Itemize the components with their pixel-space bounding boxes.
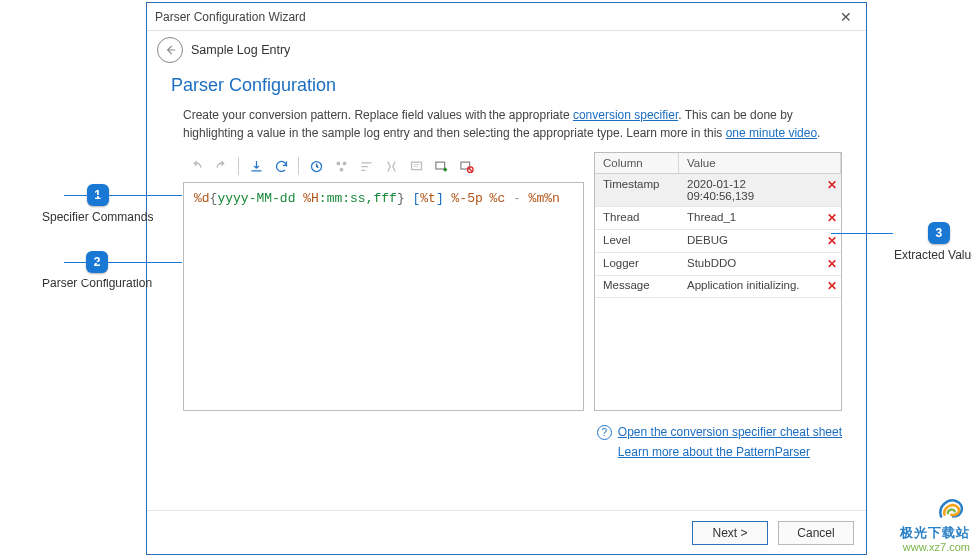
- cell-column: Level: [595, 230, 679, 250]
- undo-button[interactable]: [185, 156, 207, 176]
- back-button[interactable]: [157, 37, 183, 63]
- table-row[interactable]: Logger StubDDO ✕: [595, 253, 841, 276]
- remove-field-button[interactable]: [455, 156, 477, 176]
- cancel-button[interactable]: Cancel: [778, 521, 854, 545]
- breadcrumb-row: Sample Log Entry: [147, 31, 866, 69]
- add-field-button[interactable]: [430, 156, 452, 176]
- callout-line: [64, 195, 182, 196]
- callout-2: 2 Parser Configuration: [42, 251, 152, 290]
- import-button[interactable]: [245, 156, 267, 176]
- callout-badge: 3: [928, 222, 950, 244]
- reload-button[interactable]: [270, 156, 292, 176]
- desc-text: Create your conversion pattern. Replace …: [183, 108, 573, 122]
- table-header: Column Value: [595, 153, 841, 174]
- pattern-editor[interactable]: %d{yyyy-MM-dd %H:mm:ss,fff} [%t] %-5p %c…: [183, 182, 584, 411]
- next-button[interactable]: Next >: [692, 521, 768, 545]
- callout-1: 1 Specifier Commands: [42, 184, 153, 224]
- table-row[interactable]: Thread Thread_1 ✕: [595, 207, 841, 230]
- svg-rect-4: [411, 162, 421, 170]
- cell-value: DEBUG: [679, 230, 819, 250]
- remove-row-button[interactable]: ✕: [819, 174, 841, 196]
- logger-spec-button[interactable]: [380, 156, 402, 176]
- cell-value: Thread_1: [679, 207, 819, 227]
- editor-column: %d{yyyy-MM-dd %H:mm:ss,fff} [%t] %-5p %c…: [183, 152, 584, 411]
- watermark-logo-icon: [936, 494, 970, 522]
- help-links: ? Open the conversion specifier cheat sh…: [183, 425, 842, 459]
- remove-row-button[interactable]: ✕: [819, 276, 841, 297]
- cell-column: Message: [595, 276, 679, 295]
- cell-column: Logger: [595, 253, 679, 273]
- main-split: %d{yyyy-MM-dd %H:mm:ss,fff} [%t] %-5p %c…: [183, 152, 842, 411]
- dialog-content: Parser Configuration Create your convers…: [147, 69, 866, 510]
- toolbar-sep: [238, 157, 239, 175]
- callout-label: Specifier Commands: [42, 210, 153, 224]
- close-button[interactable]: ✕: [834, 9, 858, 25]
- callout-3: 3 Extracted Values: [894, 222, 972, 262]
- redo-button[interactable]: [210, 156, 232, 176]
- title-bar: Parser Configuration Wizard ✕: [147, 3, 866, 31]
- toolbar-sep: [298, 157, 299, 175]
- cell-value: StubDDO: [679, 253, 819, 273]
- window-title: Parser Configuration Wizard: [155, 10, 834, 24]
- cheat-sheet-link[interactable]: Open the conversion specifier cheat shee…: [618, 425, 842, 439]
- wizard-dialog: Parser Configuration Wizard ✕ Sample Log…: [146, 2, 867, 555]
- button-bar: Next > Cancel: [147, 510, 866, 554]
- svg-point-3: [339, 167, 343, 171]
- thread-spec-button[interactable]: [330, 156, 352, 176]
- desc-text: .: [817, 126, 820, 140]
- remove-row-button[interactable]: ✕: [819, 253, 841, 275]
- section-description: Create your conversion pattern. Replace …: [183, 106, 842, 142]
- breadcrumb: Sample Log Entry: [191, 43, 290, 57]
- svg-point-2: [342, 161, 346, 165]
- one-minute-video-link[interactable]: one minute video: [726, 126, 817, 140]
- conversion-specifier-link[interactable]: conversion specifier: [573, 108, 678, 122]
- extracted-values-column: Column Value Timestamp 2020-01-12 09:40:…: [594, 152, 842, 411]
- table-row[interactable]: Timestamp 2020-01-12 09:40:56,139 ✕: [595, 174, 841, 207]
- watermark-url: www.xz7.com: [900, 541, 970, 554]
- cell-column: Timestamp: [595, 174, 679, 194]
- help-icon: ?: [597, 425, 612, 440]
- section-heading: Parser Configuration: [171, 75, 842, 96]
- specifier-toolbar: [183, 152, 584, 182]
- callout-label: Parser Configuration: [42, 277, 152, 290]
- message-spec-button[interactable]: [405, 156, 427, 176]
- callout-line: [64, 262, 182, 263]
- table-row[interactable]: Level DEBUG ✕: [595, 230, 841, 253]
- header-value[interactable]: Value: [679, 153, 841, 173]
- cell-value: Application initializing.: [679, 276, 819, 295]
- arrow-left-icon: [163, 43, 177, 57]
- cell-value: 2020-01-12 09:40:56,139: [679, 174, 819, 206]
- timestamp-spec-button[interactable]: [305, 156, 327, 176]
- remove-row-button[interactable]: ✕: [819, 207, 841, 229]
- table-body: Timestamp 2020-01-12 09:40:56,139 ✕ Thre…: [595, 174, 841, 410]
- svg-point-1: [336, 161, 340, 165]
- extracted-values-table: Column Value Timestamp 2020-01-12 09:40:…: [594, 152, 842, 411]
- cell-column: Thread: [595, 207, 679, 227]
- svg-rect-5: [435, 162, 444, 169]
- table-row[interactable]: Message Application initializing. ✕: [595, 276, 841, 298]
- level-spec-button[interactable]: [355, 156, 377, 176]
- callout-label: Extracted Values: [894, 248, 972, 262]
- pattern-parser-link[interactable]: Learn more about the PatternParser: [618, 445, 842, 459]
- callout-line: [831, 233, 893, 234]
- header-column[interactable]: Column: [595, 153, 679, 173]
- watermark: 极光下载站 www.xz7.com: [900, 494, 970, 554]
- watermark-title: 极光下载站: [900, 525, 970, 541]
